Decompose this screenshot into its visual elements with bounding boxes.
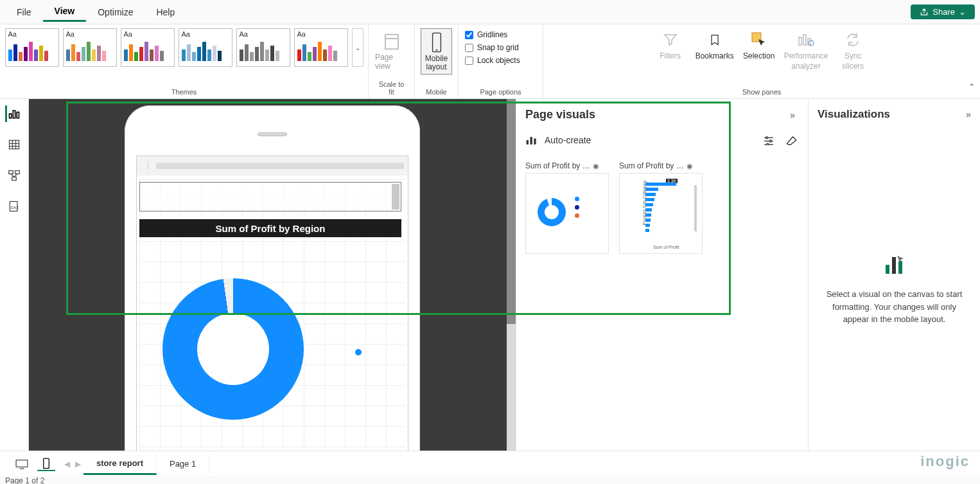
- mobile-view-button[interactable]: [37, 457, 55, 471]
- auto-create-button[interactable]: Auto-create: [545, 135, 753, 145]
- tab-page-1[interactable]: Page 1: [157, 454, 209, 474]
- format-icon: [882, 251, 907, 276]
- phone-screen[interactable]: 〈 Sum of Profit by Region: [136, 156, 408, 451]
- gridlines-checkbox[interactable]: Gridlines: [465, 28, 536, 41]
- menu-help[interactable]: Help: [144, 3, 186, 21]
- svg-line-21: [14, 174, 17, 177]
- scale-label: Scale to fit: [375, 79, 408, 97]
- svg-rect-0: [385, 35, 398, 49]
- svg-rect-6: [803, 35, 806, 45]
- viz-empty-state: Select a visual on the canvas to start f…: [809, 126, 980, 451]
- settings-icon[interactable]: [762, 133, 776, 147]
- page-view-label: Page view: [375, 53, 408, 71]
- svg-text:DAX: DAX: [11, 206, 19, 210]
- rail-dax[interactable]: DAX: [6, 198, 22, 215]
- pv-title: Page visuals: [525, 108, 790, 121]
- svg-rect-35: [898, 261, 902, 274]
- share-icon: [920, 8, 929, 17]
- lock-checkbox[interactable]: Lock objects: [465, 54, 536, 67]
- status-bar: Page 1 of 2: [0, 476, 980, 484]
- svg-rect-18: [15, 171, 20, 174]
- bottom-bar: ◀ ▶ store report Page 1: [0, 451, 980, 476]
- pv-thumb2-label: Sum of Profit by …: [619, 161, 684, 170]
- svg-rect-10: [13, 111, 15, 118]
- snap-label: Snap to grid: [477, 43, 519, 52]
- svg-rect-11: [17, 112, 19, 118]
- mobile-layout-button[interactable]: Mobile layout: [421, 28, 452, 75]
- ribbon: Aa Aa Aa Aa Aa Aa ⌄ Themes Page view Sca…: [0, 24, 980, 99]
- eraser-icon[interactable]: [785, 133, 799, 147]
- chevron-down-icon: ⌄: [959, 7, 966, 17]
- page-view-icon: [382, 32, 401, 51]
- show-panes-group: Filters Bookmarks Selection Performancea…: [543, 24, 980, 98]
- bookmark-icon: [708, 32, 721, 48]
- mini-donut: [538, 198, 566, 226]
- rail-report[interactable]: [5, 105, 22, 122]
- theme-5[interactable]: Aa: [236, 28, 290, 67]
- themes-group: Aa Aa Aa Aa Aa Aa ⌄ Themes: [0, 24, 369, 98]
- svg-point-31: [770, 140, 772, 142]
- menu-file[interactable]: File: [5, 3, 43, 21]
- snap-checkbox[interactable]: Snap to grid: [465, 41, 536, 54]
- theme-2[interactable]: Aa: [63, 28, 117, 67]
- share-label: Share: [932, 7, 955, 17]
- svg-rect-24: [527, 140, 529, 145]
- theme-4[interactable]: Aa: [179, 28, 232, 67]
- legend-dot: [355, 349, 362, 355]
- viz-empty-text: Select a visual on the canvas to start f…: [824, 288, 965, 326]
- model-icon: [8, 169, 21, 182]
- auto-create-icon: [525, 134, 538, 146]
- mobile-small-icon: [42, 458, 50, 469]
- page-prev: ◀: [62, 460, 73, 469]
- phone-speaker: [258, 132, 287, 136]
- report-icon: [8, 107, 21, 120]
- back-icon[interactable]: 〈: [141, 159, 151, 173]
- slot-scrollbar[interactable]: [392, 184, 399, 210]
- lock-label: Lock objects: [477, 56, 520, 65]
- theme-3[interactable]: Aa: [121, 28, 175, 67]
- menu-optimize[interactable]: Optimize: [86, 3, 144, 21]
- svg-rect-2: [432, 33, 441, 51]
- pv-thumb-1[interactable]: Sum of Profit by …◉: [525, 161, 609, 254]
- desktop-view-button[interactable]: [13, 457, 31, 471]
- canvas-area[interactable]: 〈 Sum of Profit by Region: [29, 99, 516, 451]
- mobile-icon: [430, 31, 444, 53]
- desktop-icon: [15, 459, 29, 469]
- bookmarks-pane-button[interactable]: Bookmarks: [696, 31, 734, 60]
- donut-chart[interactable]: [162, 253, 355, 445]
- pv-collapse[interactable]: »: [790, 110, 799, 120]
- watermark: inogic: [920, 453, 970, 470]
- performance-icon: [798, 32, 814, 48]
- empty-slot[interactable]: [139, 182, 401, 211]
- rail-model[interactable]: [6, 167, 22, 184]
- sync-icon: [845, 32, 861, 48]
- filters-pane-button: Filters: [654, 31, 687, 60]
- selection-pane-button[interactable]: Selection: [743, 31, 775, 60]
- selection-icon: [751, 31, 767, 48]
- svg-rect-34: [892, 257, 896, 274]
- tab-store-report[interactable]: store report: [83, 453, 157, 475]
- pv-thumb-2[interactable]: Sum of Profit by …◉ Product Sub-Category…: [619, 161, 703, 254]
- svg-rect-9: [10, 114, 12, 118]
- pageopt-label: Page options: [465, 87, 536, 97]
- menu-view[interactable]: View: [43, 2, 87, 22]
- ribbon-collapse[interactable]: ⌃: [968, 82, 975, 91]
- phone-titlebar: [156, 163, 404, 169]
- share-button[interactable]: Share ⌄: [911, 4, 975, 19]
- theme-1[interactable]: Aa: [5, 28, 59, 67]
- rail-table[interactable]: [6, 136, 22, 153]
- mobile-layout-label: Mobile layout: [425, 55, 448, 71]
- chart-title: Sum of Profit by Region: [139, 219, 401, 237]
- eye-icon[interactable]: ◉: [593, 162, 599, 170]
- phone-header: 〈: [137, 156, 408, 175]
- svg-rect-17: [9, 171, 13, 174]
- svg-rect-38: [44, 458, 49, 468]
- themes-dropdown[interactable]: ⌄: [352, 28, 363, 67]
- pv-thumb1-label: Sum of Profit by …: [525, 161, 590, 170]
- eye-icon[interactable]: ◉: [687, 162, 693, 170]
- canvas-scrollbar[interactable]: [507, 99, 516, 451]
- viz-collapse[interactable]: »: [966, 109, 971, 120]
- scale-group: Page view Scale to fit: [369, 24, 415, 98]
- theme-6[interactable]: Aa: [294, 28, 348, 67]
- mini-bar-chart: Product Sub-Category 2.3K Sum of: [634, 181, 698, 242]
